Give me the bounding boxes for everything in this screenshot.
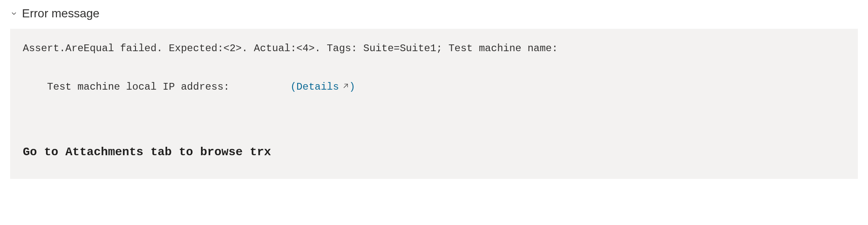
details-link-wrapper: (Details) <box>290 81 355 93</box>
error-text-line-1: Assert.AreEqual failed. Expected:<2>. Ac… <box>23 39 845 58</box>
chevron-down-icon <box>10 10 18 17</box>
svg-line-0 <box>344 84 347 88</box>
error-text-ip-prefix: Test machine local IP address: <box>47 81 290 93</box>
error-message-section-header[interactable]: Error message <box>10 7 858 20</box>
error-message-panel: Assert.AreEqual failed. Expected:<2>. Ac… <box>10 29 858 179</box>
details-open-paren: ( <box>290 81 296 93</box>
error-text-line-2: Test machine local IP address: (Details) <box>23 58 845 116</box>
details-close-paren: ) <box>349 81 355 93</box>
external-link-icon <box>339 81 349 93</box>
attachments-hint: Go to Attachments tab to browse trx <box>23 145 845 159</box>
section-title: Error message <box>22 7 100 20</box>
details-link[interactable]: Details <box>296 81 339 93</box>
